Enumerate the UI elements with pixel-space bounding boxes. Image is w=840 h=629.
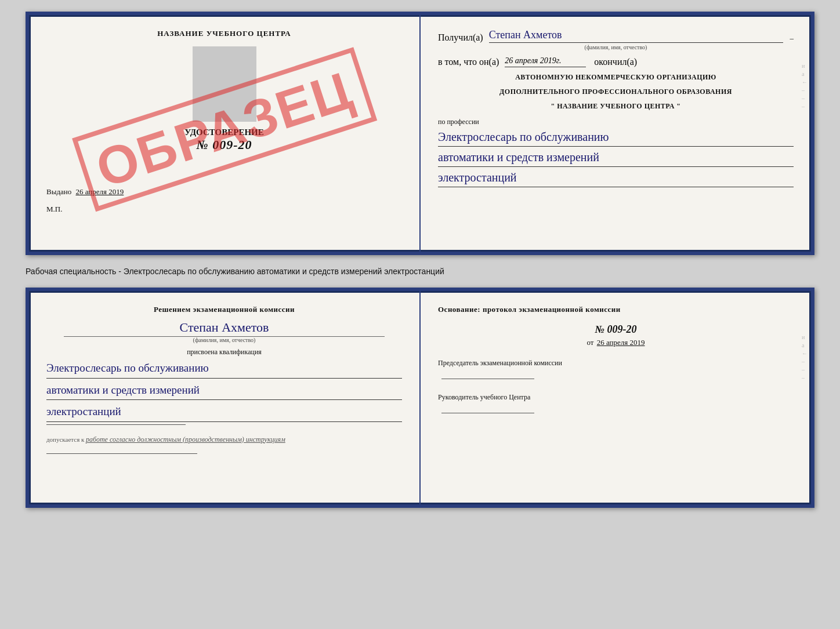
top-document: НАЗВАНИЕ УЧЕБНОГО ЦЕНТРА УДОСТОВЕРЕНИЕ №… xyxy=(26,12,814,255)
received-name: Степан Ахметов xyxy=(489,29,783,43)
bottom-document: Решением экзаменационной комиссии Степан… xyxy=(26,288,814,508)
top-right-deco: и а ← – – – xyxy=(802,63,808,110)
profession-label: по профессии xyxy=(438,118,794,126)
profession-line1: Электрослесарь по обслуживанию xyxy=(438,129,794,147)
bottom-doc-left: Решением экзаменационной комиссии Степан… xyxy=(29,291,421,504)
protocol-date-prefix: от xyxy=(586,338,593,347)
profession-line3: электростанций xyxy=(438,169,794,187)
cert-title: УДОСТОВЕРЕНИЕ xyxy=(46,128,402,137)
cert-number: № 009-20 xyxy=(46,137,402,152)
decision-title: Решением экзаменационной комиссии xyxy=(46,305,402,314)
issued-date: 26 апреля 2019 xyxy=(76,187,124,196)
in-that-date: 26 апреля 2019г. xyxy=(505,56,586,67)
dash: – xyxy=(790,34,794,43)
received-label: Получил(а) xyxy=(438,32,483,43)
head-section: Руководитель учебного Центра xyxy=(438,393,794,416)
org-line2: ДОПОЛНИТЕЛЬНОГО ПРОФЕССИОНАЛЬНОГО ОБРАЗО… xyxy=(438,88,794,96)
qual-line1: Электрослесарь по обслуживанию xyxy=(46,360,402,379)
qual-line2: автоматики и средств измерений xyxy=(46,382,402,401)
bottom-person-name: Степан Ахметов xyxy=(46,320,402,335)
bottom-doc-right: Основание: протокол экзаменационной коми… xyxy=(421,291,811,504)
issued-label: Выдано xyxy=(46,187,71,196)
protocol-number: № 009-20 xyxy=(438,323,794,336)
mp-line: М.П. xyxy=(46,205,402,214)
chairman-label: Председатель экзаменационной комиссии xyxy=(438,359,794,368)
subtitle-text: Рабочая специальность - Электрослесарь п… xyxy=(26,264,814,278)
in-that-label: в том, что он(а) xyxy=(438,57,499,67)
name-hint-top: (фамилия, имя, отчество) xyxy=(438,44,794,50)
finished-label: окончил(а) xyxy=(594,57,637,67)
head-label: Руководитель учебного Центра xyxy=(438,393,794,402)
protocol-date: от 26 апреля 2019 xyxy=(438,338,794,347)
chairman-sign-line xyxy=(441,368,534,379)
assigned-label: присвоена квалификация xyxy=(46,348,402,357)
basis-title: Основание: протокол экзаменационной коми… xyxy=(438,305,794,314)
issued-line: Выдано 26 апреля 2019 xyxy=(46,187,402,197)
org-line1: АВТОНОМНУЮ НЕКОММЕРЧЕСКУЮ ОРГАНИЗАЦИЮ xyxy=(438,73,794,82)
top-doc-left: НАЗВАНИЕ УЧЕБНОГО ЦЕНТРА УДОСТОВЕРЕНИЕ №… xyxy=(29,15,421,252)
bottom-right-deco: и а ← – – – xyxy=(802,334,808,381)
chairman-section: Председатель экзаменационной комиссии xyxy=(438,359,794,381)
profession-line2: автоматики и средств измерений xyxy=(438,149,794,167)
allow-label: допускается к работе согласно должностны… xyxy=(46,435,402,444)
bottom-name-hint: (фамилия, имя, отчество) xyxy=(64,336,385,343)
photo-placeholder xyxy=(193,46,256,122)
org-line3: " НАЗВАНИЕ УЧЕБНОГО ЦЕНТРА " xyxy=(438,102,794,111)
top-doc-right: Получил(а) Степан Ахметов – (фамилия, им… xyxy=(421,15,811,252)
protocol-date-value: 26 апреля 2019 xyxy=(597,338,645,347)
head-sign-line xyxy=(441,402,534,413)
top-school-title: НАЗВАНИЕ УЧЕБНОГО ЦЕНТРА xyxy=(46,29,402,38)
allow-value: работе согласно должностным (производств… xyxy=(86,435,285,443)
qual-line3: электростанций xyxy=(46,403,402,422)
